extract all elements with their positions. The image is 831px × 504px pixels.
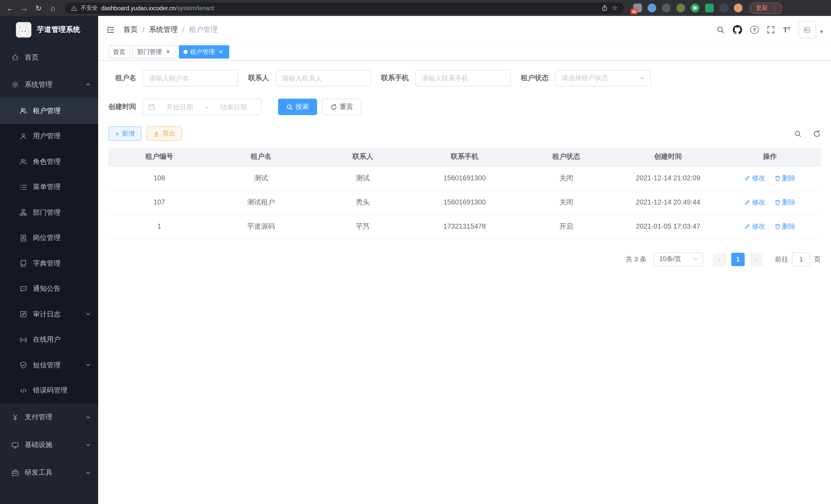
toggle-search-icon[interactable] bbox=[794, 130, 802, 138]
sidebar-item-label: 支付管理 bbox=[25, 413, 52, 422]
browser-update-button[interactable]: 更新 ⋮ bbox=[750, 2, 782, 13]
select-placeholder: 请选择租户状态 bbox=[562, 73, 639, 83]
delete-link[interactable]: 删除 bbox=[774, 198, 796, 207]
profile-avatar-icon[interactable] bbox=[734, 4, 743, 12]
prev-page-button[interactable]: ‹ bbox=[713, 253, 726, 266]
sidebar-item-dept-mgmt[interactable]: 部门管理 bbox=[0, 200, 98, 225]
extension-icon-5[interactable] bbox=[691, 4, 699, 12]
filter-label-phone: 联系手机 bbox=[381, 73, 415, 83]
app-logo[interactable]: 芋道管理系统 bbox=[0, 16, 98, 44]
address-bar[interactable]: 不安全 dashboard.yudao.iocoder.cn/system/te… bbox=[65, 2, 624, 13]
browser-home-icon[interactable]: ⌂ bbox=[46, 1, 60, 14]
tab-close-icon[interactable]: × bbox=[218, 48, 225, 56]
chevron-down-icon bbox=[693, 256, 698, 262]
tab-tenant-mgmt[interactable]: 租户管理× bbox=[179, 45, 229, 59]
fullscreen-icon[interactable] bbox=[767, 26, 775, 34]
goto-page-input[interactable] bbox=[792, 252, 810, 266]
tenant-status-select[interactable]: 请选择租户状态 bbox=[555, 70, 650, 86]
monitor-icon bbox=[11, 441, 19, 449]
calendar-icon bbox=[148, 103, 155, 111]
sidebar-item-menu-mgmt[interactable]: 菜单管理 bbox=[0, 174, 98, 200]
edit-link[interactable]: 修改 bbox=[744, 198, 765, 207]
next-page-button[interactable]: › bbox=[750, 253, 763, 266]
font-size-icon[interactable]: TT bbox=[783, 26, 791, 33]
app-title: 芋道管理系统 bbox=[37, 25, 80, 34]
forward-icon[interactable]: → bbox=[18, 1, 31, 14]
sidebar-item-user-mgmt[interactable]: 用户管理 bbox=[0, 124, 98, 149]
reload-icon[interactable]: ↻ bbox=[32, 1, 45, 14]
signal-icon bbox=[20, 336, 27, 344]
sidebar-item-role-mgmt[interactable]: 角色管理 bbox=[0, 149, 98, 174]
tenant-name-input[interactable] bbox=[142, 70, 238, 86]
search-button[interactable]: 搜索 bbox=[278, 99, 317, 115]
edit-icon bbox=[744, 175, 750, 181]
cell-name: 测试租户 bbox=[210, 190, 312, 214]
extension-icon-2[interactable] bbox=[648, 4, 656, 12]
tab-home[interactable]: 首页 bbox=[109, 45, 130, 59]
column-header-actions: 操作 bbox=[719, 148, 821, 166]
extension-icon-1[interactable]: 10 bbox=[633, 4, 642, 12]
avatar-caret-icon[interactable]: ▾ bbox=[820, 29, 823, 38]
sidebar-item-post-mgmt[interactable]: 岗位管理 bbox=[0, 225, 98, 251]
share-icon[interactable] bbox=[602, 5, 608, 11]
edit-link[interactable]: 修改 bbox=[744, 222, 765, 231]
delete-link[interactable]: 删除 bbox=[774, 222, 796, 231]
table-header-row: 租户编号 租户名 联系人 联系手机 租户状态 创建时间 操作 bbox=[109, 148, 821, 166]
extension-icon-3[interactable] bbox=[662, 4, 671, 12]
contact-input[interactable] bbox=[275, 70, 371, 86]
sidebar-item-dict-mgmt[interactable]: 字典管理 bbox=[0, 251, 98, 276]
sidebar-menu: 首页 系统管理 租户管理 用户管理 bbox=[0, 44, 98, 504]
breadcrumb-home[interactable]: 首页 bbox=[123, 25, 138, 34]
sidebar-item-notice[interactable]: 通知公告 bbox=[0, 276, 98, 302]
back-icon[interactable]: ← bbox=[3, 1, 17, 14]
phone-input[interactable] bbox=[415, 70, 511, 86]
logo-image bbox=[16, 22, 31, 37]
update-label: 更新 bbox=[756, 4, 768, 12]
column-header-status: 租户状态 bbox=[515, 148, 617, 166]
page-button-1[interactable]: 1 bbox=[731, 253, 745, 266]
extension-icon-4[interactable] bbox=[676, 4, 685, 12]
breadcrumb: 首页 / 系统管理 / 租户管理 bbox=[123, 25, 218, 34]
export-button[interactable]: 导出 bbox=[146, 126, 182, 141]
extension-icon-6[interactable] bbox=[705, 4, 714, 12]
start-date-input[interactable] bbox=[157, 103, 202, 111]
sidebar-item-dev-tools[interactable]: 研发工具 bbox=[0, 459, 98, 486]
sidebar-item-payment-mgmt[interactable]: 支付管理 bbox=[0, 403, 98, 431]
user-avatar[interactable] bbox=[799, 21, 816, 38]
hamburger-icon[interactable] bbox=[106, 25, 115, 34]
breadcrumb-system-mgmt[interactable]: 系统管理 bbox=[149, 25, 178, 34]
users-icon bbox=[20, 158, 27, 166]
page-size-select[interactable]: 10条/页 bbox=[654, 252, 703, 266]
tab-close-icon[interactable]: × bbox=[165, 48, 172, 56]
end-date-input[interactable] bbox=[211, 103, 256, 111]
cell-status: 关闭 bbox=[515, 190, 617, 214]
help-icon[interactable]: ? bbox=[750, 26, 758, 34]
cell-id: 107 bbox=[109, 190, 210, 214]
sidebar-item-system-mgmt[interactable]: 系统管理 bbox=[0, 71, 98, 98]
screen: ← → ↻ ⌂ 不安全 dashboard.yudao.iocoder.cn/s… bbox=[0, 0, 831, 504]
sidebar-item-audit-log[interactable]: 审计日志 bbox=[0, 302, 98, 327]
sidebar-item-home[interactable]: 首页 bbox=[0, 44, 98, 71]
extensions-puzzle-icon[interactable] bbox=[719, 4, 728, 12]
sidebar-item-tenant-mgmt[interactable]: 租户管理 bbox=[0, 98, 98, 124]
bookmark-star-icon[interactable]: ☆ bbox=[612, 4, 618, 12]
tab-dept-mgmt[interactable]: 部门管理× bbox=[133, 45, 176, 59]
reset-button[interactable]: 重置 bbox=[322, 99, 361, 115]
column-header-phone: 联系手机 bbox=[414, 148, 515, 166]
sidebar-item-infrastructure[interactable]: 基础设施 bbox=[0, 431, 98, 459]
sidebar-item-online-users[interactable]: 在线用户 bbox=[0, 327, 98, 352]
add-button[interactable]: + 新增 bbox=[109, 126, 141, 141]
filter-label-status: 租户状态 bbox=[521, 73, 555, 83]
sidebar-item-error-code-mgmt[interactable]: 错误码管理 bbox=[0, 378, 98, 403]
refresh-table-icon[interactable] bbox=[813, 130, 821, 138]
sidebar-item-label: 岗位管理 bbox=[33, 234, 61, 243]
create-time-range-picker[interactable]: - bbox=[142, 99, 262, 115]
edit-link[interactable]: 修改 bbox=[744, 173, 765, 183]
header-search-icon[interactable] bbox=[716, 26, 725, 34]
browser-menu-icon[interactable]: ⋮ bbox=[771, 4, 778, 11]
delete-link[interactable]: 删除 bbox=[774, 173, 796, 183]
sidebar-item-label: 研发工具 bbox=[25, 468, 52, 477]
sidebar-item-label: 首页 bbox=[25, 53, 38, 62]
sidebar-item-sms-mgmt[interactable]: 短信管理 bbox=[0, 352, 98, 378]
github-icon[interactable] bbox=[733, 25, 742, 34]
